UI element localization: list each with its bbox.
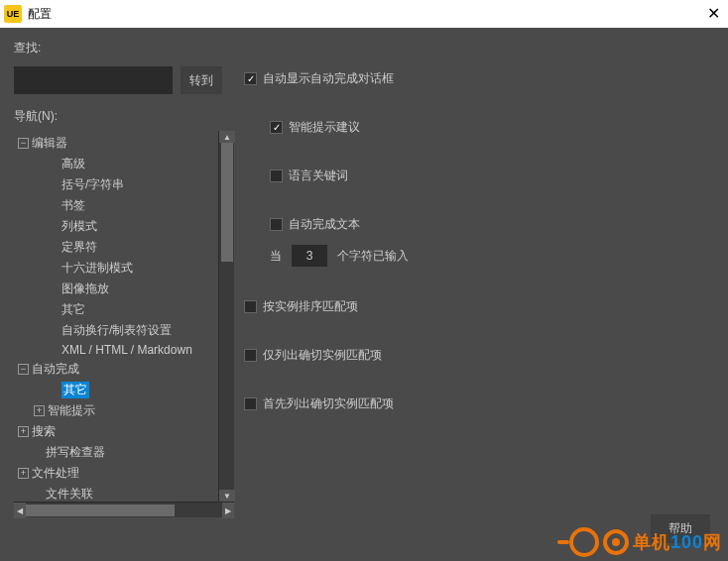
checkbox-icon[interactable] <box>244 72 257 85</box>
nav-tree[interactable]: −编辑器 高级 括号/字符串 书签 列模式 定界符 十六进制模式 图像拖放 其它… <box>14 131 218 502</box>
tree-item-advanced[interactable]: 高级 <box>14 154 218 174</box>
tree-item-spell[interactable]: 拼写检查器 <box>14 442 218 463</box>
tree-item-intelli[interactable]: +智能提示 <box>14 400 218 421</box>
collapse-icon[interactable]: − <box>18 364 29 375</box>
checkbox-icon[interactable] <box>244 300 257 313</box>
checkbox-icon[interactable] <box>270 218 283 231</box>
tree-item-wrap[interactable]: 自动换行/制表符设置 <box>14 320 218 341</box>
watermark-icon <box>569 527 599 557</box>
tree-item-imagedrop[interactable]: 图像拖放 <box>14 279 218 299</box>
tree-item-xml[interactable]: XML / HTML / Markdown <box>14 341 218 359</box>
tree-hscrollbar[interactable]: ◀ ▶ <box>14 502 234 517</box>
tree-item-fileassoc[interactable]: 文件关联 <box>14 484 218 502</box>
scroll-thumb[interactable] <box>26 505 175 516</box>
tree-item-other-editor[interactable]: 其它 <box>14 299 218 320</box>
option-intellisuggest[interactable]: 智能提示建议 <box>244 113 714 142</box>
option-charcount: 当 个字符已输入 <box>244 239 714 273</box>
tree-item-filehandle[interactable]: +文件处理 <box>14 463 218 484</box>
scroll-down-icon[interactable]: ▼ <box>219 490 235 502</box>
settings-panel: 自动显示自动完成对话框 智能提示建议 语言关键词 自动完成文本 当 个字符已输入… <box>244 108 714 517</box>
tree-item-columnmode[interactable]: 列模式 <box>14 216 218 237</box>
app-logo-icon: UE <box>4 5 22 23</box>
charcount-input[interactable] <box>292 245 327 267</box>
tree-item-delimiter[interactable]: 定界符 <box>14 237 218 258</box>
collapse-icon[interactable]: − <box>18 138 29 149</box>
nav-label: 导航(N): <box>14 108 234 125</box>
option-firstexact[interactable]: 首先列出确切实例匹配项 <box>244 390 714 418</box>
scroll-left-icon[interactable]: ◀ <box>14 503 26 518</box>
tree-item-other-autocomplete[interactable]: 其它 <box>14 380 218 400</box>
tree-item-editor[interactable]: −编辑器 <box>14 133 218 154</box>
checkbox-icon[interactable] <box>270 169 283 182</box>
search-input[interactable] <box>14 66 173 94</box>
scroll-up-icon[interactable]: ▲ <box>219 131 235 143</box>
tree-item-brackets[interactable]: 括号/字符串 <box>14 174 218 195</box>
option-langkeyword[interactable]: 语言关键词 <box>244 162 714 190</box>
search-label: 查找: <box>14 40 41 56</box>
expand-icon[interactable]: + <box>18 426 29 437</box>
tree-item-search[interactable]: +搜索 <box>14 421 218 442</box>
watermark-icon <box>603 529 629 555</box>
option-autoshow[interactable]: 自动显示自动完成对话框 <box>244 64 714 93</box>
tree-vscrollbar[interactable]: ▲ ▼ <box>218 131 234 502</box>
scroll-right-icon[interactable]: ▶ <box>222 503 234 518</box>
option-sortcase[interactable]: 按实例排序匹配项 <box>244 292 714 321</box>
checkbox-icon[interactable] <box>270 121 283 134</box>
expand-icon[interactable]: + <box>18 468 29 479</box>
tree-item-hexmode[interactable]: 十六进制模式 <box>14 258 218 279</box>
tree-item-bookmarks[interactable]: 书签 <box>14 195 218 216</box>
close-icon[interactable]: ✕ <box>707 4 720 23</box>
scroll-thumb[interactable] <box>221 143 233 262</box>
help-button[interactable]: 帮助 <box>651 514 710 543</box>
expand-icon[interactable]: + <box>34 405 45 416</box>
option-autotext[interactable]: 自动完成文本 <box>244 210 714 239</box>
go-button[interactable]: 转到 <box>181 66 222 94</box>
tree-item-autocomplete[interactable]: −自动完成 <box>14 359 218 380</box>
window-title: 配置 <box>28 6 52 23</box>
titlebar: UE 配置 ✕ <box>0 0 728 28</box>
checkbox-icon[interactable] <box>244 397 257 410</box>
option-listexact[interactable]: 仅列出确切实例匹配项 <box>244 341 714 370</box>
checkbox-icon[interactable] <box>244 349 257 362</box>
